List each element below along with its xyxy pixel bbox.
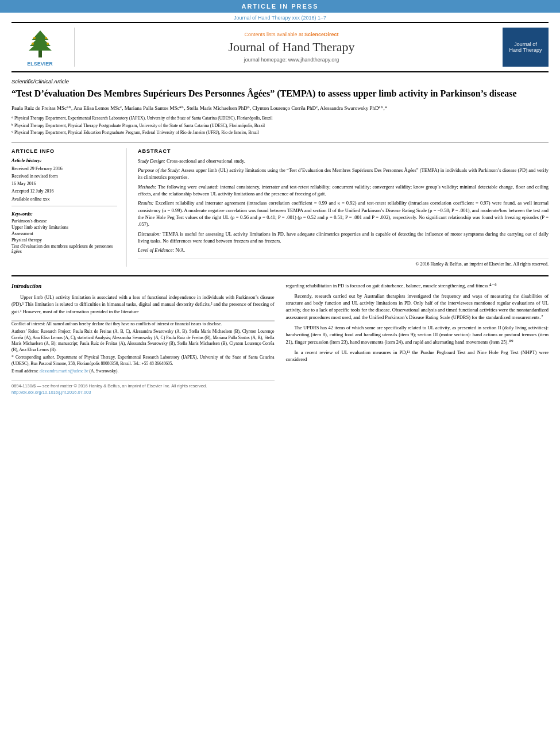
elsevier-logo: ELSEVIER: [11, 28, 75, 67]
footer-bar: 0894-1130/$ — see front matter © 2016 Ha…: [11, 380, 275, 396]
journal-homepage: journal homepage: www.jhandtherapy.org: [244, 57, 339, 63]
svg-point-7: [47, 43, 49, 45]
revised-date: 16 May 2016: [11, 180, 117, 187]
svg-point-5: [45, 37, 47, 39]
history-label: Article history:: [11, 157, 117, 163]
keywords-label: Keywords:: [11, 211, 117, 217]
body-section: Introduction Upper limb (UL) activity li…: [11, 275, 549, 396]
available-date: Available online xxx: [11, 196, 117, 202]
abstract-text: Study Design: Cross-sectional and observ…: [138, 157, 549, 254]
copyright-line: © 2016 Hanley & Belfus, an imprint of El…: [138, 259, 549, 267]
jht-logo-box: Journal of Hand Therapy: [503, 28, 549, 67]
keyword-3: Assessment: [11, 231, 117, 236]
svg-point-6: [32, 43, 34, 45]
article-title: “Test D’évaluation Des Membres Supérieur…: [11, 88, 549, 100]
keyword-4: Physical therapy: [11, 237, 117, 243]
footnote-email: E-mail address: alessandra.martin@udesc.…: [11, 368, 275, 375]
affiliation-c: ᶜ Physical Therapy Department, Physical …: [11, 130, 549, 136]
intro-title: Introduction: [11, 282, 275, 291]
accepted-date: Accepted 12 July 2016: [11, 188, 117, 194]
received-date: Received 29 February 2016: [11, 166, 117, 172]
body-col-right: regarding rehabilitation in PD is focuse…: [286, 282, 549, 396]
abstract-methods: Methods: The following were evaluated: i…: [138, 183, 549, 198]
footer-doi: http://dx.doi.org/10.1016/j.jht.2016.07.…: [11, 390, 275, 396]
abstract-evidence: Level of Evidence: N/A.: [138, 247, 549, 253]
abstract-col: ABSTRACT Study Design: Cross-sectional a…: [138, 148, 549, 267]
affiliation-b: ᵇ Physical Therapy Department, Physical …: [11, 123, 549, 129]
journal-header: ELSEVIER Contents lists available at Sci…: [11, 22, 549, 72]
abstract-results: Results: Excellent reliability and inter…: [138, 199, 549, 228]
body-para3: Recently, research carried out by Austra…: [286, 293, 549, 321]
abstract-study-design: Study Design: Cross-sectional and observ…: [138, 157, 549, 164]
svg-point-4: [33, 37, 36, 39]
elsevier-label: ELSEVIER: [27, 61, 53, 67]
journal-citation: Journal of Hand Therapy xxx (2016) 1–7: [0, 13, 560, 22]
revised-label: Received in revised form: [11, 173, 117, 179]
main-content: Scientific/Clinical Article “Test D’éval…: [11, 72, 549, 402]
affiliations: ᵃ Physical Therapy Department, Experimen…: [11, 116, 549, 136]
keyword-1: Parkinson's disease: [11, 218, 117, 224]
footnote-conflict: Conflict of interest: All named authors …: [11, 321, 275, 328]
article-info-header: ARTICLE INFO: [11, 148, 117, 154]
keyword-5: Test d'évaluation des membres supérieurs…: [11, 244, 117, 254]
affiliation-a: ᵃ Physical Therapy Department, Experimen…: [11, 116, 549, 122]
body-para2: regarding rehabilitation in PD is focuse…: [286, 282, 549, 289]
article-in-press-banner: ARTICLE IN PRESS: [0, 0, 560, 13]
body-para4: The UPDRS has 42 items of which some are…: [286, 324, 549, 345]
keyword-2: Upper limb activity limitations: [11, 225, 117, 230]
article-type: Scientific/Clinical Article: [11, 78, 549, 84]
body-col-left: Introduction Upper limb (UL) activity li…: [11, 282, 275, 396]
body-two-col: Introduction Upper limb (UL) activity li…: [11, 282, 549, 396]
article-info-col: ARTICLE INFO Article history: Received 2…: [11, 148, 126, 267]
journal-main-title: Journal of Hand Therapy: [228, 40, 354, 55]
divider: [11, 206, 117, 206]
footer-issn: 0894-1130/$ — see front matter © 2016 Ha…: [11, 383, 275, 390]
abstract-header: ABSTRACT: [138, 148, 549, 154]
info-abstract-section: ARTICLE INFO Article history: Received 2…: [11, 142, 549, 267]
svg-rect-0: [38, 49, 42, 57]
footnote-corresponding: * Corresponding author. Department of Ph…: [11, 355, 275, 367]
authors: Paula Ruiz de Freitas MScᵃᵇ, Ana Elisa L…: [11, 105, 549, 113]
sciencedirect-info: Contents lists available at ScienceDirec…: [244, 32, 338, 37]
journal-title-block: Contents lists available at ScienceDirec…: [80, 28, 503, 67]
body-para5: In a recent review of UL evaluation meas…: [286, 349, 549, 363]
footnotes: Conflict of interest: All named authors …: [11, 321, 275, 375]
abstract-discussion: Discussion: TEMPA is useful for assessin…: [138, 230, 549, 245]
body-para1: Upper limb (UL) activity limitation is a…: [11, 294, 275, 315]
abstract-purpose: Purpose of the Study: Assess upper limb …: [138, 167, 549, 181]
keywords-section: Keywords: Parkinson's disease Upper limb…: [11, 211, 117, 254]
footnote-roles: Authors’ Roles: Research Project; Paula …: [11, 329, 275, 353]
